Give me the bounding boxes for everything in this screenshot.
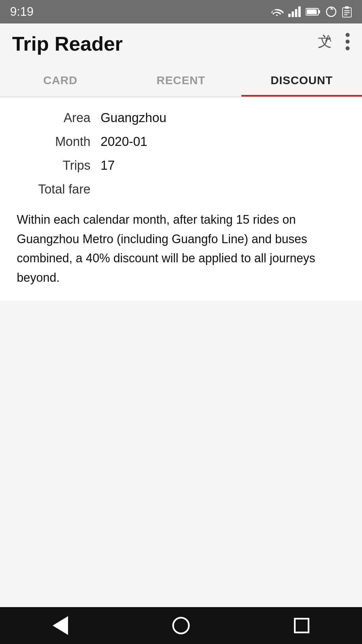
back-button[interactable] xyxy=(47,612,74,639)
app-bar: Trip Reader 文 A xyxy=(0,23,362,64)
translate-icon[interactable]: 文 A xyxy=(316,32,335,55)
discount-content: Area Guangzhou Month 2020-01 Trips 17 To… xyxy=(0,97,362,301)
svg-text:A: A xyxy=(325,33,331,44)
tab-discount[interactable]: DISCOUNT xyxy=(241,64,362,97)
svg-point-16 xyxy=(346,40,350,44)
info-table: Area Guangzhou Month 2020-01 Trips 17 To… xyxy=(13,111,349,197)
trips-value: 17 xyxy=(101,158,115,173)
area-value: Guangzhou xyxy=(101,111,167,125)
trips-row: Trips 17 xyxy=(13,158,349,173)
signal-icon xyxy=(288,6,301,17)
month-row: Month 2020-01 xyxy=(13,135,349,149)
nav-bar xyxy=(0,607,362,644)
status-icons xyxy=(270,6,352,18)
svg-rect-9 xyxy=(345,6,349,9)
svg-point-15 xyxy=(346,33,350,37)
clipboard-icon xyxy=(342,6,352,18)
svg-rect-3 xyxy=(298,6,301,17)
month-value: 2020-01 xyxy=(101,135,147,149)
tab-card[interactable]: CARD xyxy=(0,64,121,97)
total-fare-row: Total fare xyxy=(13,182,349,197)
svg-rect-6 xyxy=(307,9,317,14)
sync-icon xyxy=(325,6,337,18)
home-icon xyxy=(172,617,190,634)
recents-button[interactable] xyxy=(288,612,315,639)
svg-point-17 xyxy=(346,46,350,50)
wifi-icon xyxy=(270,6,284,17)
battery-icon xyxy=(306,7,320,16)
app-title: Trip Reader xyxy=(12,32,123,55)
svg-rect-5 xyxy=(318,10,320,13)
discount-description: Within each calendar month, after taking… xyxy=(13,210,349,287)
more-icon[interactable] xyxy=(345,32,350,55)
status-bar: 9:19 xyxy=(0,0,362,23)
app-bar-actions: 文 A xyxy=(316,32,350,55)
trips-label: Trips xyxy=(13,158,101,173)
back-icon xyxy=(53,616,68,635)
svg-rect-0 xyxy=(288,14,291,17)
area-row: Area Guangzhou xyxy=(13,111,349,125)
tab-recent[interactable]: RECENT xyxy=(121,64,241,97)
tab-bar: CARD RECENT DISCOUNT xyxy=(0,64,362,97)
home-button[interactable] xyxy=(168,612,194,639)
svg-rect-1 xyxy=(292,11,294,17)
month-label: Month xyxy=(13,135,101,149)
area-label: Area xyxy=(13,111,101,125)
total-fare-label: Total fare xyxy=(13,182,101,197)
status-time: 9:19 xyxy=(10,5,34,19)
recents-icon xyxy=(294,618,309,633)
svg-rect-2 xyxy=(295,9,297,17)
